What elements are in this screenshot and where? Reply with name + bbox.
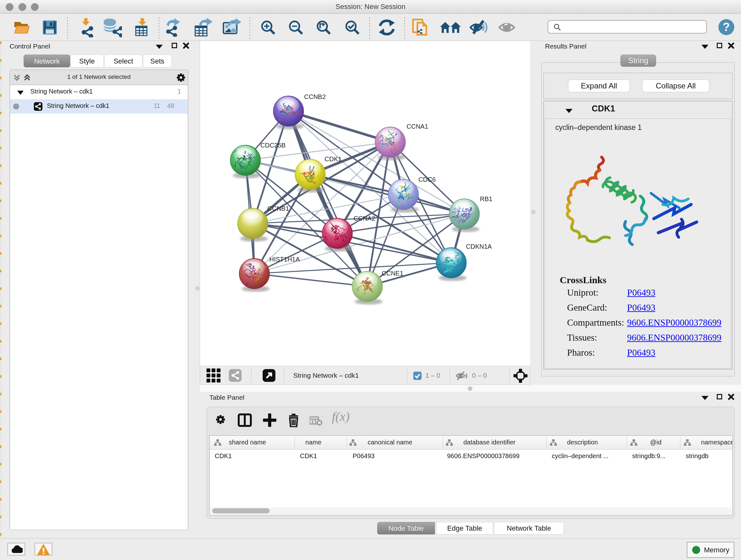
svg-text:CCNB1: CCNB1 bbox=[267, 205, 289, 212]
svg-text:CCNE1: CCNE1 bbox=[382, 270, 403, 277]
svg-text:CDK1: CDK1 bbox=[325, 155, 341, 163]
svg-text:CCNA1: CCNA1 bbox=[407, 123, 428, 130]
svg-text:CDKN1A: CDKN1A bbox=[466, 243, 492, 250]
svg-text:CCNB2: CCNB2 bbox=[304, 93, 326, 100]
svg-text:HIST1H1A: HIST1H1A bbox=[269, 256, 300, 263]
svg-text:RB1: RB1 bbox=[480, 195, 492, 202]
svg-text:CDC25B: CDC25B bbox=[260, 142, 286, 149]
svg-text:CDC6: CDC6 bbox=[418, 176, 435, 183]
svg-text:CCNA2: CCNA2 bbox=[354, 215, 375, 222]
